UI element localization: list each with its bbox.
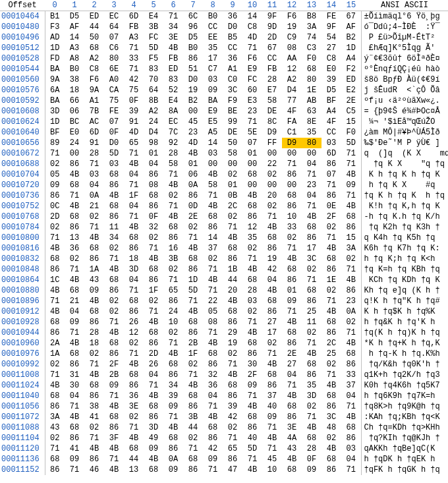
offset-cell[interactable]: 00011056 (0, 401, 45, 412)
offset-cell[interactable]: 00010640 (0, 127, 45, 138)
hex-cell[interactable]: 71 (124, 180, 144, 190)
hex-cell[interactable]: 14 (203, 138, 223, 148)
hex-cell[interactable]: 0F (124, 96, 144, 106)
hex-cell[interactable]: 09 (203, 85, 223, 96)
hex-cell[interactable]: 68 (282, 465, 302, 475)
hex-cell[interactable]: 68 (124, 233, 144, 243)
hex-cell[interactable]: 02 (183, 359, 203, 370)
offset-cell[interactable]: 00010560 (0, 74, 45, 85)
hex-cell[interactable]: 86 (282, 201, 302, 212)
hex-cell[interactable]: 86 (163, 370, 183, 380)
hex-cell[interactable]: 03 (322, 138, 341, 148)
ascii-cell[interactable]: j šÊudR <`çÔ Õâ (361, 85, 448, 96)
hex-cell[interactable]: 4B (203, 338, 223, 349)
hex-cell[interactable]: 06 (183, 169, 203, 180)
hex-cell[interactable]: 71 (203, 465, 223, 475)
table-row[interactable]: 000111040286713F4B4968028671404B4A680286… (0, 433, 448, 443)
hex-cell[interactable]: EC (104, 11, 124, 22)
hex-cell[interactable]: B0 (183, 43, 203, 53)
hex-cell[interactable]: 4B (341, 201, 361, 212)
hex-cell[interactable]: 02 (322, 285, 341, 296)
offset-cell[interactable]: 00010864 (0, 275, 45, 285)
hex-cell[interactable]: 37 (341, 380, 361, 391)
hex-cell[interactable]: 86 (203, 222, 223, 233)
hex-cell[interactable]: 71 (223, 359, 242, 370)
hex-cell[interactable]: 4B (341, 169, 361, 180)
hex-cell[interactable]: D0 (223, 22, 242, 32)
hex-cell[interactable]: 4B (104, 264, 124, 275)
hex-cell[interactable]: 71 (302, 338, 322, 349)
hex-cell[interactable]: 02 (84, 212, 104, 222)
table-row[interactable]: 000109920286712F4B2668028671304B27680286… (0, 359, 448, 370)
hex-cell[interactable]: 4B (322, 306, 341, 317)
hex-cell[interactable]: E3 (242, 96, 262, 106)
hex-cell[interactable]: 41 (65, 443, 84, 454)
hex-cell[interactable]: 02 (124, 338, 144, 349)
hex-cell[interactable]: 71 (65, 465, 84, 475)
ascii-cell[interactable]: š8ö BpƒÐ Àü(¢€9í (361, 74, 448, 85)
hex-cell[interactable]: 14 (203, 233, 223, 243)
hex-cell[interactable]: 4B (203, 412, 223, 422)
offset-cell[interactable]: 00011008 (0, 370, 45, 380)
hex-cell[interactable]: 86 (84, 317, 104, 327)
hex-cell[interactable]: 71 (65, 190, 84, 201)
hex-cell[interactable]: 22 (262, 159, 282, 169)
hex-cell[interactable]: 71 (341, 190, 361, 201)
hex-cell[interactable]: 10 (262, 465, 282, 475)
hex-cell[interactable]: 4B (163, 43, 183, 53)
table-row[interactable]: 000111528671464B1368098671474B1068098671… (0, 465, 448, 475)
hex-cell[interactable]: 40 (262, 401, 282, 412)
hex-cell[interactable]: AA (282, 53, 302, 64)
hex-cell[interactable]: 4B (223, 233, 242, 243)
hex-cell[interactable]: 68 (341, 422, 361, 433)
hex-cell[interactable]: 86 (341, 285, 361, 296)
hex-cell[interactable]: 68 (282, 190, 302, 201)
hex-cell[interactable]: 33 (341, 370, 361, 380)
table-row[interactable]: 000106241DBCAC079124EC45E599718CFA8E4F15… (0, 117, 448, 127)
hex-cell[interactable]: 4B (104, 327, 124, 338)
hex-cell[interactable]: 15 (341, 117, 361, 127)
hex-cell[interactable]: C8 (322, 53, 341, 64)
ascii-cell[interactable]: K0h †q4K6h †q5K7 (361, 380, 448, 391)
hex-cell[interactable]: 2C (223, 201, 242, 212)
hex-cell[interactable]: 02 (163, 327, 183, 338)
hex-cell[interactable]: 02 (302, 401, 322, 412)
hex-cell[interactable]: 75 (124, 85, 144, 96)
hex-cell[interactable]: 44 (183, 422, 203, 433)
table-row[interactable]: 000110244B3068098671344B3668098671354B37… (0, 380, 448, 391)
hex-cell[interactable]: 6D (322, 148, 341, 159)
hex-cell[interactable]: 68 (242, 201, 262, 212)
hex-cell[interactable]: 86 (104, 349, 124, 359)
hex-cell[interactable]: 86 (84, 391, 104, 401)
hex-cell[interactable]: 71 (65, 401, 84, 412)
hex-cell[interactable]: 3A (45, 412, 65, 422)
ascii-cell[interactable]: ó¯Ddû;4–ÌÐÈ :Ÿ¯ (361, 22, 448, 32)
hex-cell[interactable]: 68 (322, 454, 341, 465)
hex-cell[interactable]: 86 (45, 190, 65, 201)
hex-cell[interactable]: 71 (163, 412, 183, 422)
hex-cell[interactable]: 17 (262, 327, 282, 338)
hex-cell[interactable]: 36 (203, 380, 223, 391)
hex-cell[interactable]: 96 (183, 22, 203, 32)
ascii-cell[interactable]: ý¨¢€3õû† 6öÌªðÈ¤ (361, 53, 448, 64)
hex-cell[interactable]: 9A (84, 85, 104, 96)
hex-cell[interactable]: 68 (322, 317, 341, 327)
hex-cell[interactable]: 68 (45, 317, 65, 327)
hex-cell[interactable]: 71 (242, 254, 262, 264)
hex-cell[interactable]: 02 (163, 264, 183, 275)
hex-cell[interactable]: 00 (183, 106, 203, 117)
hex-cell[interactable]: 86 (104, 285, 124, 296)
hex-cell[interactable]: 21 (65, 296, 84, 306)
hex-cell[interactable]: 71 (282, 159, 302, 169)
hex-cell[interactable]: 29 (223, 327, 242, 338)
hex-cell[interactable]: 36 (124, 391, 144, 401)
table-row[interactable]: 000108641C4B43680486711D4B44680486711E4B… (0, 275, 448, 285)
hex-cell[interactable]: CC (223, 43, 242, 53)
hex-cell[interactable]: BC (65, 117, 84, 127)
hex-cell[interactable]: FF (262, 138, 282, 148)
hex-cell[interactable]: 28 (262, 74, 282, 85)
table-row[interactable]: 00010688028671034B0458010000002271048671… (0, 159, 448, 169)
table-row[interactable]: 0001089671214B0268028671224B036809867123… (0, 296, 448, 306)
hex-cell[interactable]: 2F (322, 212, 341, 222)
ascii-cell[interactable]: = {þ9¢Š é¾#ÞOc¤Å (361, 106, 448, 117)
